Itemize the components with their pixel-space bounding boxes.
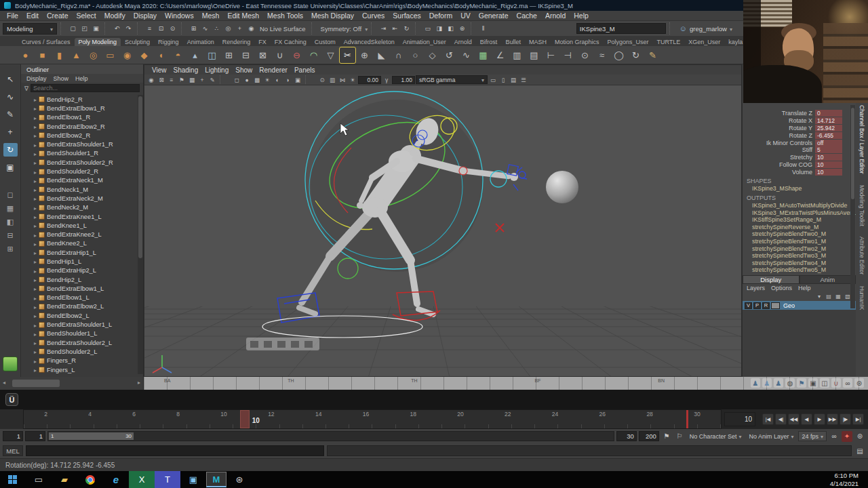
viewport-menu-item[interactable]: Show: [232, 66, 256, 74]
knee-control[interactable]: [338, 258, 358, 279]
shelf-tab[interactable]: Rigging: [154, 38, 183, 46]
outliner-item[interactable]: BendElbow2_L: [21, 311, 138, 320]
output-node-item[interactable]: stretchySpineBlendTwo0_M: [743, 230, 856, 238]
outliner-menu-item[interactable]: Show: [54, 75, 69, 82]
edge-icon[interactable]: e: [103, 471, 129, 488]
auto-keyframe-icon[interactable]: ✦: [842, 431, 852, 442]
layer-editor-menu-item[interactable]: Layers: [747, 285, 765, 291]
shelf-tab[interactable]: Arnold: [450, 38, 476, 46]
outliner-item[interactable]: BendShoulder1_L: [21, 329, 138, 338]
anim-layer-dropdown[interactable]: No Anim Layer: [746, 431, 796, 441]
separator[interactable]: [137, 22, 141, 35]
expand-arrow-icon[interactable]: [34, 366, 37, 373]
symmetry-dropdown[interactable]: Symmetry: Off: [321, 25, 362, 33]
play-forwards-button[interactable]: ▶: [814, 413, 825, 425]
outliner-item[interactable]: BendShoulder2_R: [21, 167, 138, 176]
expand-arrow-icon[interactable]: [34, 150, 37, 157]
shelf-tab[interactable]: Curves / Surfaces: [18, 38, 75, 46]
poly-cone-icon[interactable]: ▲: [68, 47, 84, 63]
step-forward-frame-button[interactable]: |▶: [840, 413, 851, 425]
resolution-gate-icon[interactable]: ▯: [498, 75, 508, 84]
viewport-menu-item[interactable]: View: [149, 66, 170, 74]
outliner-item[interactable]: BendExtraElbow2_L: [21, 302, 138, 311]
task-view-icon[interactable]: ▭: [26, 471, 52, 488]
sidebar-tab[interactable]: Modeling Toolkit: [859, 185, 865, 226]
search-input[interactable]: [31, 84, 140, 92]
smooth-icon[interactable]: ◠: [306, 47, 321, 63]
character-set-dropdown[interactable]: No Character Set: [687, 431, 745, 441]
separate-icon[interactable]: ⊟: [238, 47, 254, 63]
expand-arrow-icon[interactable]: [34, 294, 37, 302]
bookmark-icon[interactable]: ⚑: [177, 75, 186, 84]
persp-outliner-layout-button[interactable]: ◧: [3, 216, 17, 227]
channel-name[interactable]: Ik Minor Controls: [766, 140, 812, 146]
persp-graph-layout-button[interactable]: ⊞: [3, 243, 17, 254]
menu-item[interactable]: Edit Mesh: [223, 12, 263, 20]
two-pane-stacked-layout-button[interactable]: ⊟: [3, 230, 17, 241]
separator[interactable]: [415, 22, 419, 35]
outliner-item[interactable]: BendExtraShoulder2_R: [21, 158, 138, 167]
outliner-item[interactable]: BendKnee1_L: [21, 221, 138, 230]
output-node-item[interactable]: IKStiffSpine3SetRange_M: [743, 216, 856, 224]
expand-arrow-icon[interactable]: [34, 104, 37, 112]
output-node-item[interactable]: stretchySpineBlendTwo3_M: [743, 252, 856, 260]
textured-icon[interactable]: ▩: [252, 75, 262, 84]
outliner-vertical-scrollbar[interactable]: [138, 95, 143, 374]
move-tool[interactable]: +: [3, 125, 18, 139]
channel-value-field[interactable]: -6.455: [815, 132, 842, 139]
outliner-item[interactable]: BendHip2_L: [21, 275, 138, 284]
menu-item[interactable]: Surfaces: [389, 12, 425, 20]
lock-camera-icon[interactable]: ⊠: [157, 75, 166, 84]
shelf-tab[interactable]: Motion Graphics: [551, 38, 604, 46]
menu-item[interactable]: Deform: [425, 12, 456, 20]
render-current-frame-icon[interactable]: ◨: [434, 23, 444, 34]
expand-arrow-icon[interactable]: [34, 141, 37, 148]
outliner-item[interactable]: BendExtraShoulder1_L: [21, 320, 138, 329]
fps-dropdown[interactable]: 24 fps: [798, 431, 827, 441]
separator[interactable]: [60, 22, 64, 35]
expand-arrow-icon[interactable]: [34, 303, 37, 310]
snap-grid-icon[interactable]: ⊞: [189, 23, 199, 34]
shelf-tab[interactable]: FX: [254, 38, 271, 46]
expand-arrow-icon[interactable]: [34, 258, 37, 265]
outliner-item[interactable]: BendExtraHip1_L: [21, 248, 138, 257]
viewport-menu-item[interactable]: Shading: [170, 66, 202, 74]
outliner-item[interactable]: BendShoulder1_R: [21, 149, 138, 158]
menu-item[interactable]: Arnold: [541, 12, 570, 20]
expand-arrow-icon[interactable]: [34, 267, 37, 274]
playback-loop-icon[interactable]: ∞: [829, 431, 840, 442]
plugin-logo-icon[interactable]: Ü: [5, 393, 18, 406]
boolean-difference-icon[interactable]: ⊖: [289, 47, 304, 63]
copy-pose-icon[interactable]: ▣: [808, 378, 818, 388]
photos-icon[interactable]: ▣: [180, 471, 206, 488]
channel-name[interactable]: Rotate X: [789, 117, 812, 124]
layer-editor-tab[interactable]: Display: [743, 275, 800, 284]
anti-alias-icon[interactable]: ▣: [293, 75, 302, 84]
scrollbar-thumb[interactable]: [138, 96, 142, 258]
shadows-icon[interactable]: ◐: [273, 75, 282, 84]
channel-name[interactable]: Translate Z: [782, 110, 812, 117]
shelf-tab[interactable]: TURTLE: [652, 38, 684, 46]
expand-arrow-icon[interactable]: [34, 321, 37, 329]
bevel-icon[interactable]: ◣: [374, 47, 389, 63]
user-account-menu[interactable]: greg_marlow: [679, 24, 732, 33]
expand-arrow-icon[interactable]: [34, 123, 37, 130]
expand-arrow-icon[interactable]: [34, 285, 37, 292]
offset-edge-loop-icon[interactable]: ▤: [526, 47, 542, 63]
channel-value-field[interactable]: off: [815, 140, 842, 146]
output-node-item[interactable]: stretchySpineReverse_M: [743, 224, 856, 231]
separator[interactable]: [181, 22, 185, 35]
layer-editor-menu-item[interactable]: Help: [798, 285, 811, 291]
shelf-tab[interactable]: Rendering: [218, 38, 255, 46]
boolean-union-icon[interactable]: ∪: [272, 47, 288, 63]
film-gate-icon[interactable]: ▭: [488, 75, 498, 84]
image-plane-icon[interactable]: ▦: [187, 75, 197, 84]
output-node-item[interactable]: IKSpine3_MExtraTwistPlusMinusAver...: [743, 209, 856, 216]
channel-value-field[interactable]: 0: [815, 110, 842, 117]
output-node-item[interactable]: stretchySpineBlendTwo5_M: [743, 266, 856, 274]
expand-arrow-icon[interactable]: [34, 168, 37, 176]
mirror-icon[interactable]: ◫: [204, 47, 220, 63]
spin-edge-icon[interactable]: ↻: [628, 47, 644, 63]
teams-icon[interactable]: T: [155, 471, 180, 488]
pole-vector-marker[interactable]: [496, 224, 504, 232]
